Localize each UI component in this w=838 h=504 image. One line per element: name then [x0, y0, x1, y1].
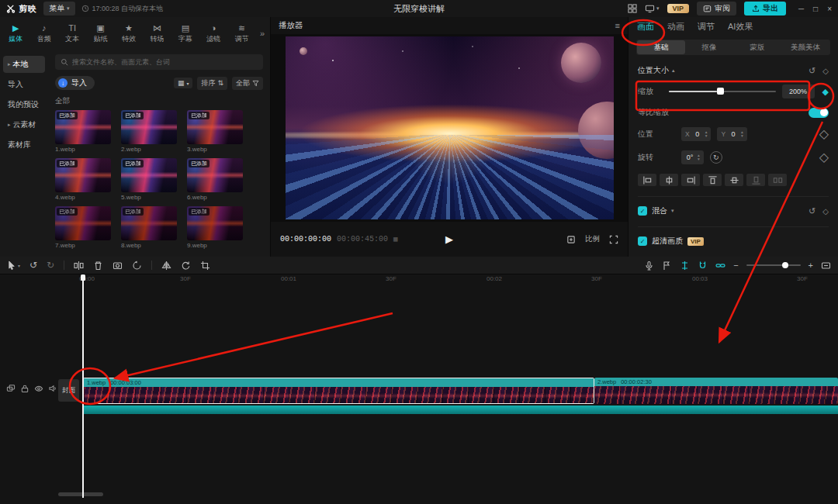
search-input[interactable]	[72, 58, 258, 66]
subtab-mask[interactable]: 蒙版	[733, 40, 781, 54]
reverse-button[interactable]	[132, 261, 142, 271]
fit-frame-icon[interactable]	[566, 235, 576, 244]
align-middle-v-button[interactable]	[725, 174, 743, 186]
rotation-dial[interactable]: ↻	[710, 151, 722, 164]
align-right-button[interactable]	[681, 174, 700, 186]
sidebar-item-local[interactable]: ▸ 本地	[3, 56, 45, 73]
collapse-icon[interactable]: ▴	[672, 67, 675, 74]
export-button[interactable]: 导出	[744, 2, 786, 16]
link-tracks-button[interactable]	[715, 261, 725, 271]
tab-captions[interactable]: ▤ 字幕	[171, 17, 199, 50]
tab-media[interactable]: ▶ 媒体	[2, 17, 29, 50]
media-thumbnail[interactable]: 已添加	[55, 158, 111, 192]
reset-icon[interactable]: ↺	[809, 206, 815, 216]
search-bar[interactable]	[55, 54, 263, 70]
media-thumbnail[interactable]: 已添加	[55, 110, 111, 144]
review-button[interactable]: 审阅	[697, 2, 736, 16]
linked-track-bar[interactable]	[83, 406, 838, 414]
preview-axis-button[interactable]	[680, 261, 690, 271]
tab-text[interactable]: TI 文本	[58, 17, 86, 50]
auto-beat-button[interactable]	[662, 261, 672, 271]
mute-track-icon[interactable]	[48, 384, 57, 393]
media-thumbnail[interactable]: 已添加	[121, 158, 177, 192]
mirror-button[interactable]	[161, 261, 171, 271]
position-x-stepper[interactable]: X 0 ▴▾	[681, 127, 711, 141]
tab-filters[interactable]: ◑ 滤镜	[199, 17, 227, 50]
tab-canvas[interactable]: 画面	[637, 21, 654, 33]
step-down-icon[interactable]: ▾	[698, 157, 700, 161]
position-keyframe-icon[interactable]: ◇	[819, 126, 829, 141]
split-button[interactable]	[74, 261, 84, 271]
hide-track-icon[interactable]	[34, 384, 43, 393]
blend-checkbox[interactable]: ✓	[638, 206, 647, 216]
close-button[interactable]: ×	[827, 5, 832, 13]
zoom-in-button[interactable]: +	[809, 261, 813, 270]
media-item[interactable]: 已添加 2.webp	[121, 110, 177, 153]
media-thumbnail[interactable]: 已添加	[121, 206, 177, 240]
playhead[interactable]	[82, 274, 84, 498]
step-down-icon[interactable]: ▾	[741, 134, 743, 138]
subtab-cutout[interactable]: 抠像	[685, 40, 733, 54]
more-tabs-chevron[interactable]: »	[256, 17, 268, 50]
scale-value[interactable]: 200%	[782, 85, 815, 98]
ratio-button[interactable]: 比例	[585, 234, 600, 244]
filter-button[interactable]: 全部	[232, 77, 263, 90]
tab-transitions[interactable]: ⋈ 转场	[143, 17, 171, 50]
tab-effects[interactable]: ★ 特效	[115, 17, 143, 50]
display-mode-button[interactable]: ▾	[645, 4, 660, 13]
cover-button[interactable]: 封面	[58, 379, 79, 402]
keyframe-icon[interactable]: ◇	[822, 207, 829, 216]
tab-animation[interactable]: 动画	[667, 21, 684, 33]
sidebar-item-cloud[interactable]: ▸ 云素材	[3, 116, 45, 133]
media-thumbnail[interactable]: 已添加	[187, 110, 243, 144]
rotate-button[interactable]	[181, 261, 191, 271]
rotation-stepper[interactable]: 0° ▴▾	[681, 150, 704, 164]
media-thumbnail[interactable]: 已添加	[55, 206, 111, 240]
sidebar-item-library[interactable]: 素材库	[3, 136, 45, 154]
clip-1[interactable]: 1.webp 00:00:03:00	[83, 378, 594, 404]
y-value[interactable]: 0	[729, 130, 738, 138]
subtab-basic[interactable]: 基础	[637, 40, 685, 54]
record-voiceover-button[interactable]	[644, 261, 654, 271]
distribute-button[interactable]	[768, 174, 787, 186]
reset-icon[interactable]: ↺	[809, 66, 815, 76]
delete-button[interactable]	[93, 261, 103, 271]
clip-filmstrip[interactable]	[84, 387, 594, 404]
timeline-zoom-slider[interactable]	[746, 264, 801, 266]
main-track-icon[interactable]	[6, 384, 16, 393]
timeline-ruler[interactable]: 00:00 30F 00:01 30F 00:02 30F 00:03 30F	[0, 274, 838, 285]
clip-2[interactable]: 2.webp 00:00:02:30	[594, 378, 838, 404]
align-bottom-button[interactable]	[746, 174, 765, 186]
clip-filmstrip[interactable]	[594, 386, 838, 404]
sidebar-item-presets[interactable]: 我的预设	[3, 96, 45, 113]
select-tool-button[interactable]: ▾	[7, 261, 20, 270]
media-item[interactable]: 已添加 4.webp	[55, 158, 111, 201]
scale-slider[interactable]	[669, 91, 776, 92]
media-item[interactable]: 已添加 8.webp	[121, 206, 177, 249]
crop-button[interactable]	[200, 261, 210, 271]
media-item[interactable]: 已添加 7.webp	[55, 206, 111, 249]
rotation-keyframe-icon[interactable]: ◇	[819, 150, 829, 164]
chevron-down-icon[interactable]: ▾	[671, 208, 674, 214]
menu-button[interactable]: 菜单 ▾	[43, 2, 75, 16]
zoom-out-button[interactable]: −	[733, 261, 738, 270]
fullscreen-icon[interactable]	[609, 235, 618, 244]
timeline-scrollbar[interactable]	[58, 492, 103, 496]
uniform-scale-toggle[interactable]	[809, 108, 829, 118]
position-y-stepper[interactable]: Y 0 ▴▾	[717, 127, 746, 141]
import-button[interactable]: ↓ 导入	[55, 76, 95, 90]
lock-track-icon[interactable]	[20, 384, 29, 393]
zoom-knob[interactable]	[782, 262, 788, 268]
fit-timeline-button[interactable]	[821, 261, 831, 271]
media-item[interactable]: 已添加 1.webp	[55, 110, 111, 153]
align-top-button[interactable]	[703, 174, 722, 186]
sort-button[interactable]: 排序 ⇅	[197, 77, 227, 90]
slider-knob[interactable]	[717, 88, 724, 95]
media-item[interactable]: 已添加 5.webp	[121, 158, 177, 201]
vip-badge[interactable]: VIP	[667, 4, 690, 13]
redo-button[interactable]: ↻	[47, 260, 54, 271]
media-thumbnail[interactable]: 已添加	[187, 158, 243, 192]
video-preview[interactable]	[286, 36, 614, 219]
player-menu-icon[interactable]: ≡	[615, 21, 620, 30]
media-item[interactable]: 已添加 3.webp	[187, 110, 243, 153]
